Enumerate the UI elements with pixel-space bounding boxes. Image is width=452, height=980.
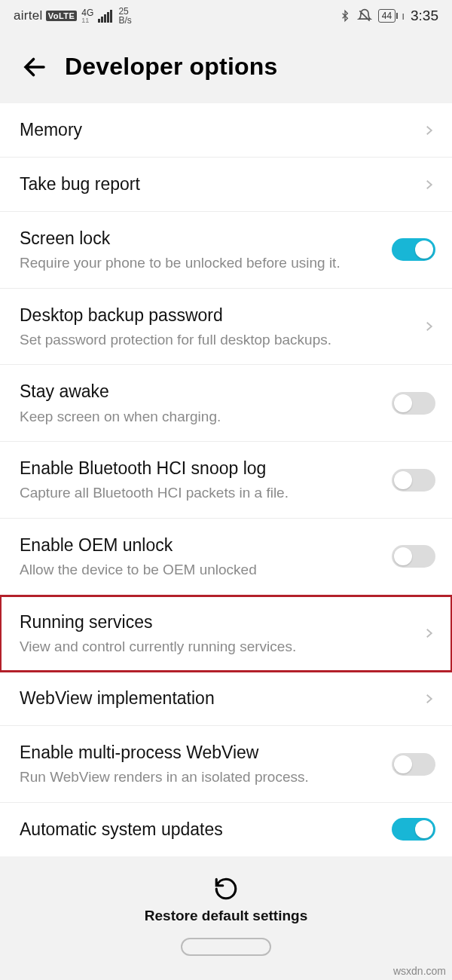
status-left: airtel VoLTE 4G 11 25 B/s xyxy=(14,7,132,25)
item-screen-lock[interactable]: Screen lock Require your phone to be unl… xyxy=(0,212,452,289)
volte-badge: VoLTE xyxy=(46,11,78,21)
item-auto-updates[interactable]: Automatic system updates xyxy=(0,803,452,856)
item-desktop-backup[interactable]: Desktop backup password Set password pro… xyxy=(0,289,452,366)
chevron-right-icon xyxy=(422,623,435,643)
watermark: wsxdn.com xyxy=(393,965,446,977)
footer: Restore default settings xyxy=(0,856,452,966)
item-desc: View and control currently running servi… xyxy=(20,637,422,657)
item-running-services[interactable]: Running services View and control curren… xyxy=(0,596,452,672)
item-bt-hci[interactable]: Enable Bluetooth HCI snoop log Capture a… xyxy=(0,442,452,519)
toggle-oem-unlock[interactable] xyxy=(392,545,435,568)
item-title: Enable Bluetooth HCI snoop log xyxy=(20,457,392,480)
item-mp-webview[interactable]: Enable multi-process WebView Run WebView… xyxy=(0,726,452,803)
item-title: Desktop backup password xyxy=(20,304,422,327)
item-desc: Require your phone to be unlocked before… xyxy=(20,253,392,273)
settings-list: Memory Take bug report Screen lock Requi… xyxy=(0,103,452,856)
restore-defaults-button[interactable]: Restore default settings xyxy=(0,876,452,924)
restore-label: Restore default settings xyxy=(145,908,307,924)
item-title: Running services xyxy=(20,611,422,634)
item-desc: Capture all Bluetooth HCI packets in a f… xyxy=(20,483,392,503)
network-type: 4G 11 xyxy=(81,8,93,24)
net-bot: 11 xyxy=(81,17,93,24)
toggle-mp-webview[interactable] xyxy=(392,753,435,776)
item-desc: Run WebView renders in an isolated proce… xyxy=(20,767,392,787)
item-desc: Allow the device to be OEM unlocked xyxy=(20,560,392,580)
item-title: Stay awake xyxy=(20,380,392,403)
toggle-auto-updates[interactable] xyxy=(392,818,435,841)
item-title: Screen lock xyxy=(20,227,392,250)
net-top: 4G xyxy=(81,8,93,17)
net-speed: 25 B/s xyxy=(118,7,131,25)
item-title: Take bug report xyxy=(20,173,422,196)
back-icon[interactable] xyxy=(21,54,48,81)
item-title: WebView implementation xyxy=(20,687,422,710)
mute-icon xyxy=(357,8,372,23)
item-title: Enable OEM unlock xyxy=(20,534,392,557)
chevron-right-icon xyxy=(422,689,435,709)
signal-icon xyxy=(98,10,112,23)
item-desc: Keep screen on when charging. xyxy=(20,407,392,427)
item-oem-unlock[interactable]: Enable OEM unlock Allow the device to be… xyxy=(0,519,452,596)
toggle-screen-lock[interactable] xyxy=(392,238,435,261)
chevron-right-icon xyxy=(422,175,435,194)
item-title: Automatic system updates xyxy=(20,818,392,841)
item-title: Enable multi-process WebView xyxy=(20,741,392,764)
item-title: Memory xyxy=(20,118,422,142)
chevron-right-icon xyxy=(422,121,435,140)
clock: 3:35 xyxy=(411,8,438,24)
carrier-label: airtel xyxy=(14,8,43,23)
toggle-stay-awake[interactable] xyxy=(392,392,435,415)
restore-icon xyxy=(213,876,239,902)
bluetooth-icon xyxy=(339,8,351,23)
item-stay-awake[interactable]: Stay awake Keep screen on when charging. xyxy=(0,365,452,442)
status-bar: airtel VoLTE 4G 11 25 B/s 44 ı 3:35 xyxy=(0,0,452,27)
battery-bar-icon: ı xyxy=(402,10,405,22)
item-webview-impl[interactable]: WebView implementation xyxy=(0,672,452,726)
item-bug-report[interactable]: Take bug report xyxy=(0,158,452,212)
item-memory[interactable]: Memory xyxy=(0,103,452,158)
battery-icon: 44 xyxy=(378,9,396,23)
nav-pill[interactable] xyxy=(181,938,271,956)
item-desc: Set password protection for full desktop… xyxy=(20,330,422,350)
status-right: 44 ı 3:35 xyxy=(339,8,438,24)
speed-unit: B/s xyxy=(118,16,131,25)
toggle-bt-hci[interactable] xyxy=(392,469,435,492)
chevron-right-icon xyxy=(422,317,435,336)
page-title: Developer options xyxy=(65,53,278,81)
app-header: Developer options xyxy=(0,27,452,103)
